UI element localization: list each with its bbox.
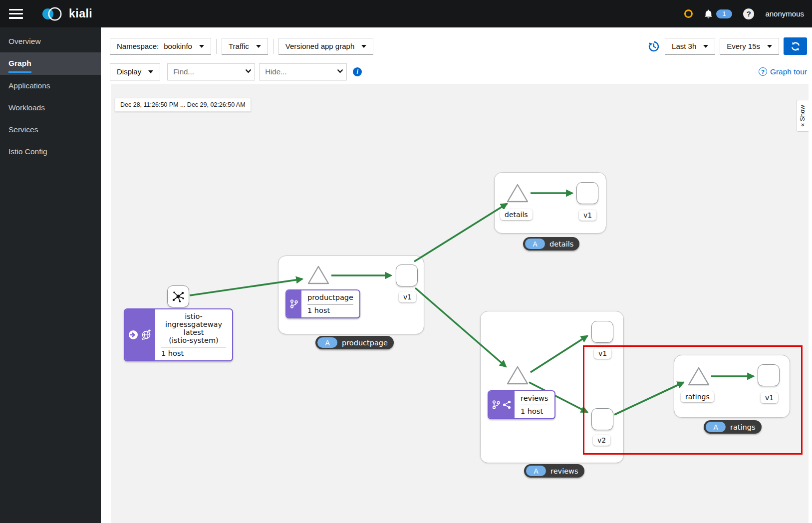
caret-down-icon bbox=[148, 70, 153, 73]
bell-icon[interactable] bbox=[704, 9, 713, 19]
version-chip-ratings-v1: v1 bbox=[761, 392, 778, 403]
caret-down-icon bbox=[199, 45, 204, 48]
chevron-down-icon[interactable] bbox=[337, 69, 343, 73]
version-chip-reviews-v2: v2 bbox=[593, 435, 610, 446]
label-istio-ingressgateway[interactable]: istio-ingressgateway latest (istio-syste… bbox=[124, 308, 233, 361]
refresh-button[interactable] bbox=[784, 37, 807, 55]
sidebar-nav: Overview Graph Applications Workloads Se… bbox=[0, 27, 101, 523]
node-details-v1[interactable] bbox=[576, 182, 598, 204]
find-field-wrap bbox=[167, 63, 255, 80]
gateway-label-icons bbox=[125, 309, 155, 360]
node-istio-ingressgateway[interactable] bbox=[167, 285, 189, 307]
service-chip-ratings: ratings bbox=[681, 391, 714, 402]
reviews-hosts: 1 host bbox=[521, 407, 548, 415]
sidebar-item-istio-config[interactable]: Istio Config bbox=[0, 141, 101, 163]
time-range-dropdown[interactable]: Last 3h bbox=[665, 38, 715, 55]
app-badge-reviews[interactable]: A reviews bbox=[524, 464, 584, 478]
toolbar-divider bbox=[216, 39, 217, 54]
graph-canvas[interactable]: Dec 28, 11:26:50 PM ... Dec 29, 02:26:50… bbox=[111, 84, 809, 523]
label-productpage[interactable]: productpage 1 host bbox=[285, 289, 360, 318]
graph-toolbar-primary: Namespace: bookinfo Traffic Versioned ap… bbox=[110, 37, 807, 55]
app-badge-letter: A bbox=[525, 239, 545, 249]
gateway-name: istio-ingressgateway bbox=[161, 312, 226, 328]
app-badge-ratings[interactable]: A ratings bbox=[704, 420, 762, 434]
kiali-logo-icon bbox=[41, 6, 65, 22]
node-productpage-service[interactable] bbox=[306, 264, 330, 285]
share-icon bbox=[503, 400, 511, 409]
user-menu[interactable]: anonymous bbox=[765, 9, 804, 18]
version-chip-productpage-v1: v1 bbox=[399, 291, 416, 302]
find-input[interactable] bbox=[167, 63, 255, 80]
app-badge-letter: A bbox=[526, 466, 546, 476]
graph-page: Namespace: bookinfo Traffic Versioned ap… bbox=[101, 27, 812, 523]
label-reviews[interactable]: reviews 1 host bbox=[488, 390, 555, 419]
reviews-label-icons bbox=[489, 391, 515, 418]
masthead: kiali 1 ? anonymous bbox=[0, 0, 812, 27]
sidebar-item-workloads[interactable]: Workloads bbox=[0, 97, 101, 119]
time-window-label: Dec 28, 11:26:50 PM ... Dec 29, 02:26:50… bbox=[115, 98, 251, 112]
graph-toolbar-secondary: Display i ? Graph tour bbox=[110, 63, 807, 80]
app-badge-letter: A bbox=[317, 337, 337, 348]
app-badge-details[interactable]: A details bbox=[523, 237, 579, 251]
edge-productpage-v1-to-details[interactable] bbox=[414, 204, 507, 262]
kiali-brand[interactable]: kiali bbox=[41, 6, 92, 22]
namespace-value: bookinfo bbox=[164, 42, 192, 50]
sidebar-item-services[interactable]: Services bbox=[0, 119, 101, 141]
mesh-icon bbox=[172, 290, 185, 303]
gateway-hosts: 1 host bbox=[161, 349, 226, 357]
caret-down-icon bbox=[361, 45, 366, 48]
caret-down-icon bbox=[767, 45, 772, 48]
brand-title: kiali bbox=[69, 7, 92, 20]
sidebar-item-applications[interactable]: Applications bbox=[0, 75, 101, 97]
toolbar-divider bbox=[273, 39, 273, 54]
help-icon[interactable]: ? bbox=[743, 8, 754, 19]
history-icon[interactable] bbox=[648, 41, 659, 52]
hide-input[interactable] bbox=[259, 63, 347, 80]
show-panel-tab[interactable]: « Show bbox=[796, 100, 809, 132]
notification-count-badge[interactable]: 1 bbox=[716, 9, 733, 18]
hamburger-menu-icon[interactable] bbox=[9, 9, 23, 19]
traffic-source-icon bbox=[128, 330, 138, 340]
node-reviews-v1[interactable] bbox=[591, 321, 613, 343]
version-branch-icon bbox=[290, 299, 298, 308]
reviews-service-name: reviews bbox=[521, 394, 548, 402]
node-productpage-v1[interactable] bbox=[396, 264, 418, 286]
caret-down-icon bbox=[256, 45, 261, 48]
traffic-dropdown[interactable]: Traffic bbox=[222, 38, 268, 55]
refresh-icon bbox=[791, 41, 801, 51]
gateway-globe-icon bbox=[141, 329, 152, 340]
productpage-service-name: productpage bbox=[307, 293, 353, 301]
hide-field-wrap bbox=[259, 63, 347, 80]
refresh-interval-dropdown[interactable]: Every 15s bbox=[720, 38, 779, 55]
node-reviews-service[interactable] bbox=[506, 365, 530, 386]
graph-type-dropdown[interactable]: Versioned app graph bbox=[278, 38, 373, 55]
gateway-namespace: (istio-system) bbox=[161, 336, 226, 344]
version-branch-icon bbox=[492, 400, 500, 409]
app-badge-letter: A bbox=[706, 422, 726, 432]
sidebar-item-overview[interactable]: Overview bbox=[0, 30, 101, 52]
find-hide-info-icon[interactable]: i bbox=[353, 67, 362, 76]
caret-down-icon bbox=[703, 45, 708, 48]
productpage-label-icons bbox=[286, 290, 301, 317]
gateway-version: latest bbox=[161, 328, 226, 336]
sidebar-item-graph[interactable]: Graph bbox=[0, 52, 101, 75]
service-chip-details: details bbox=[500, 209, 533, 220]
version-chip-details-v1: v1 bbox=[579, 210, 596, 221]
chevron-down-icon[interactable] bbox=[245, 69, 252, 73]
display-dropdown[interactable]: Display bbox=[110, 63, 160, 80]
graph-tour-link[interactable]: ? Graph tour bbox=[759, 67, 807, 76]
mesh-status-icon[interactable] bbox=[684, 9, 693, 18]
version-chip-reviews-v1: v1 bbox=[594, 348, 611, 359]
app-badge-productpage[interactable]: A productpage bbox=[315, 336, 394, 349]
traffic-edges-layer bbox=[111, 84, 809, 523]
node-details-service[interactable] bbox=[506, 183, 530, 204]
namespace-dropdown[interactable]: Namespace: bookinfo bbox=[110, 38, 211, 55]
question-circle-icon: ? bbox=[759, 67, 767, 76]
productpage-hosts: 1 host bbox=[307, 306, 353, 314]
